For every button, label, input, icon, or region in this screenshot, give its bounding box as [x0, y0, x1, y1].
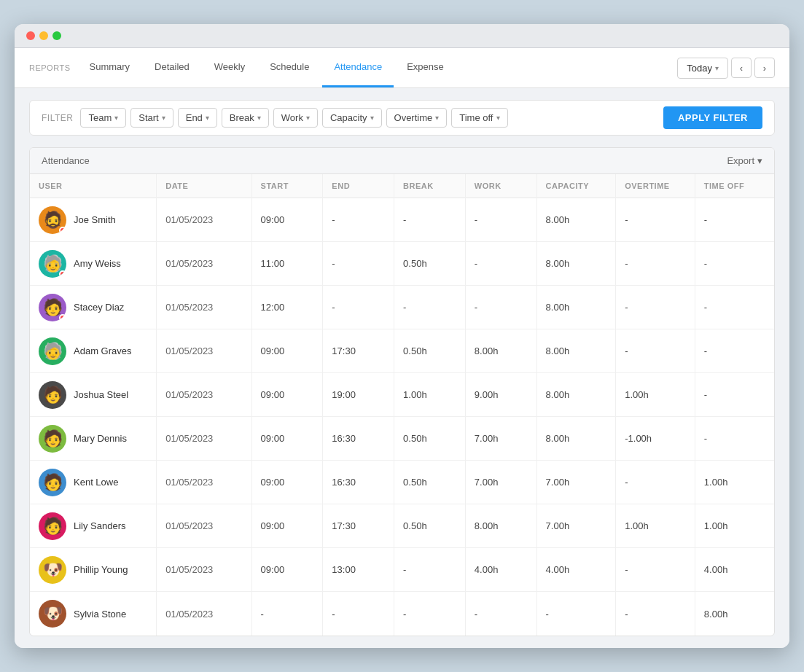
tab-detailed[interactable]: Detailed: [143, 48, 201, 87]
end-cell: -: [323, 242, 394, 286]
end-cell: 13:00: [323, 548, 394, 592]
timeoff-cell: 1.00h: [695, 504, 774, 548]
start-cell: 09:00: [251, 504, 323, 548]
table-row: 🧑 Mary Dennis 01/05/2023 09:00 16:30 0.5…: [30, 417, 774, 461]
avatar: 🧓: [39, 337, 66, 365]
filter-start[interactable]: Start ▾: [130, 108, 173, 128]
filter-overtime[interactable]: Overtime ▾: [386, 108, 448, 128]
break-cell: -: [394, 548, 466, 592]
user-cell-8: 🐶 Phillip Young: [30, 548, 157, 592]
next-button[interactable]: ›: [754, 58, 775, 78]
user-name: Phillip Young: [74, 564, 128, 575]
break-cell: 0.50h: [394, 504, 466, 548]
today-chevron-icon: ▾: [715, 64, 719, 72]
capacity-chevron-icon: ▾: [370, 114, 374, 122]
date-cell: 01/05/2023: [157, 504, 251, 548]
capacity-cell: 8.00h: [536, 373, 616, 417]
avatar: 🐶: [39, 600, 66, 628]
filter-label: FILTER: [42, 113, 73, 123]
close-button[interactable]: [26, 31, 35, 40]
apply-filter-button[interactable]: APPLY FILTER: [663, 106, 762, 129]
table-row: 🐶 Phillip Young 01/05/2023 09:00 13:00 -…: [30, 548, 774, 592]
break-cell: 0.50h: [394, 242, 466, 286]
status-dot: [59, 270, 66, 278]
col-timeoff: TIME OFF: [695, 174, 774, 198]
work-cell: -: [465, 198, 536, 242]
capacity-cell: 7.00h: [536, 461, 616, 504]
capacity-cell: 8.00h: [536, 329, 616, 373]
start-cell: 12:00: [251, 286, 323, 329]
date-cell: 01/05/2023: [157, 592, 251, 636]
user-cell-2: 🧑 Stacey Diaz: [30, 286, 157, 329]
capacity-cell: 8.00h: [536, 242, 616, 286]
col-capacity: CAPACITY: [536, 174, 616, 198]
user-name: Kent Lowe: [74, 477, 118, 488]
work-chevron-icon: ▾: [306, 114, 310, 122]
filter-end[interactable]: End ▾: [178, 108, 217, 128]
status-dot: [59, 314, 66, 321]
user-cell-3: 🧓 Adam Graves: [30, 329, 157, 373]
overtime-cell: -: [616, 461, 695, 504]
col-date: DATE: [157, 174, 251, 198]
end-cell: 17:30: [323, 504, 394, 548]
tab-summary[interactable]: Summary: [77, 48, 141, 87]
start-cell: -: [251, 592, 323, 636]
capacity-cell: 4.00h: [536, 548, 616, 592]
end-cell: -: [323, 592, 394, 636]
filter-team[interactable]: Team ▾: [80, 108, 126, 128]
maximize-button[interactable]: [52, 31, 61, 40]
tab-expense[interactable]: Expense: [395, 48, 456, 87]
overtime-cell: 1.00h: [616, 373, 695, 417]
break-cell: 1.00h: [394, 373, 466, 417]
timeoff-cell: -: [695, 242, 774, 286]
overtime-cell: -: [616, 198, 695, 242]
table-header-row: USER DATE START END BREAK WORK CAPACITY …: [30, 174, 774, 198]
start-cell: 11:00: [251, 242, 323, 286]
avatar: 🧔: [39, 206, 66, 234]
work-cell: 7.00h: [465, 461, 536, 504]
user-name: Joe Smith: [74, 214, 116, 225]
today-button[interactable]: Today ▾: [677, 58, 728, 79]
work-cell: -: [465, 242, 536, 286]
filter-bar: FILTER Team ▾ Start ▾ End ▾ Break ▾ Work…: [29, 100, 775, 136]
timeoff-cell: -: [695, 329, 774, 373]
tab-weekly[interactable]: Weekly: [203, 48, 257, 87]
end-cell: -: [323, 198, 394, 242]
work-cell: 9.00h: [465, 373, 536, 417]
user-cell-5: 🧑 Mary Dennis: [30, 417, 157, 461]
table-header-bar: Attendance Export ▾: [30, 148, 774, 174]
date-cell: 01/05/2023: [157, 242, 251, 286]
table-row: 🐶 Sylvia Stone 01/05/2023 - - - - - - 8.…: [30, 592, 774, 636]
timeoff-cell: -: [695, 373, 774, 417]
user-cell-4: 🧑 Joshua Steel: [30, 373, 157, 417]
break-cell: 0.50h: [394, 461, 466, 504]
end-cell: 17:30: [323, 329, 394, 373]
filter-timeoff[interactable]: Time off ▾: [451, 108, 507, 128]
break-cell: -: [394, 198, 466, 242]
export-button[interactable]: Export ▾: [727, 155, 762, 166]
minimize-button[interactable]: [39, 31, 48, 40]
timeoff-cell: -: [695, 417, 774, 461]
col-user: USER: [30, 174, 157, 198]
timeoff-cell: -: [695, 198, 774, 242]
tab-attendance[interactable]: Attendance: [322, 48, 394, 87]
filter-work[interactable]: Work ▾: [273, 108, 318, 128]
capacity-cell: 8.00h: [536, 198, 616, 242]
timeoff-chevron-icon: ▾: [496, 114, 500, 122]
work-cell: 7.00h: [465, 417, 536, 461]
nav-tabs: REPORTS Summary Detailed Weekly Schedule…: [29, 48, 456, 87]
date-cell: 01/05/2023: [157, 373, 251, 417]
user-cell-0: 🧔 Joe Smith: [30, 198, 157, 242]
user-name: Adam Graves: [74, 345, 131, 356]
overtime-cell: -1.00h: [616, 417, 695, 461]
work-cell: 8.00h: [465, 504, 536, 548]
capacity-cell: 7.00h: [536, 504, 616, 548]
work-cell: -: [465, 592, 536, 636]
start-cell: 09:00: [251, 461, 323, 504]
tab-schedule[interactable]: Schedule: [258, 48, 321, 87]
filter-break[interactable]: Break ▾: [222, 108, 269, 128]
prev-button[interactable]: ‹: [731, 58, 752, 78]
filter-capacity[interactable]: Capacity ▾: [322, 108, 382, 128]
work-cell: 8.00h: [465, 329, 536, 373]
end-chevron-icon: ▾: [206, 114, 209, 122]
